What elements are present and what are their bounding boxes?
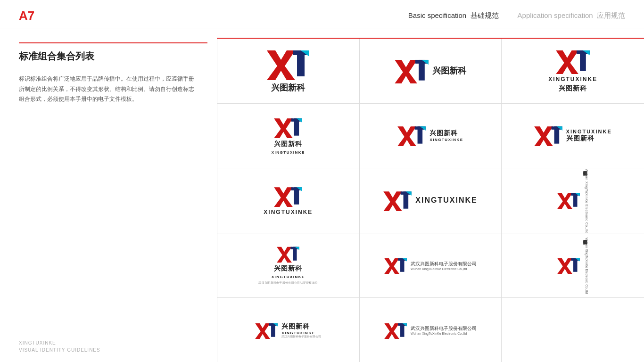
logo-variant-3: XINGTUXINKE 兴图新科	[548, 49, 597, 93]
company-en-11: Wuhan XingTuXinKe Electronic Co.,ltd	[411, 267, 467, 271]
svg-rect-6	[419, 60, 425, 81]
logo-cell-3-2: XINGTUXINKE	[360, 168, 502, 233]
logo-cell-1-2: 兴图新科	[360, 39, 502, 104]
brand-en-13: XINGTUXINKE	[281, 331, 315, 335]
logo-cell-2-1: 兴图新科 XINGTUXINKE	[217, 104, 360, 169]
svg-rect-42	[400, 258, 404, 272]
svg-rect-22	[554, 127, 559, 144]
xt-icon-svg-13	[255, 322, 278, 339]
svg-marker-4	[395, 60, 417, 83]
logo-cell-1-3: XINGTUXINKE 兴图新科	[502, 39, 644, 104]
brand-full-10: 武汉兴图新科电子股份有限公司认证授权单位	[258, 281, 318, 285]
svg-marker-36	[277, 247, 292, 263]
xt-icon-svg-9	[557, 192, 580, 209]
company-cn-11: 武汉兴图新科电子股份有限公司	[411, 261, 477, 267]
left-panel: 标准组合集合列表 标识标准组合将广泛地应用于品牌传播中。在使用过程中，应遵循手册…	[0, 28, 217, 362]
vertical-en: Wuhan XingTuXinKe Electronic Co.,ltd	[583, 169, 589, 233]
xt-icon-svg-3	[556, 49, 590, 74]
logo-cell-2-3: XINGTUXINKE 兴图新科	[502, 104, 644, 169]
svg-marker-20	[534, 127, 553, 147]
footer-line-1: XINGTUXINKE	[19, 339, 100, 346]
section-title-bar: 标准组合集合列表	[19, 42, 207, 63]
brand-en-5: XINGTUXINKE	[429, 138, 463, 142]
svg-marker-0	[267, 50, 295, 80]
logo-variant-8: XINGTUXINKE	[383, 190, 477, 211]
svg-marker-28	[384, 191, 403, 211]
logo-cell-5-1: 兴图新科 XINGTUXINKE 武汉兴图新科电子股份有限公司	[217, 298, 360, 362]
page-id: A7	[19, 8, 34, 23]
svg-rect-30	[404, 191, 409, 208]
svg-marker-8	[556, 50, 578, 74]
brand-cn-4: 兴图新科	[274, 140, 302, 148]
xt-icon-svg-14	[384, 322, 407, 339]
nav-application: Application specification 应用规范	[518, 11, 625, 20]
logo-variant-10: 兴图新科 XINGTUXINKE 武汉兴图新科电子股份有限公司认证授权单位	[258, 246, 318, 285]
logo-variant-5: 兴图新科 XINGTUXINKE	[397, 125, 463, 146]
svg-marker-48	[256, 323, 271, 338]
nav-basic: Basic specification 基础规范	[408, 11, 499, 20]
brand-text-col-13: 兴图新科 XINGTUXINKE 武汉兴图新科电子股份有限公司	[281, 322, 321, 338]
logo-cell-2-2: 兴图新科 XINGTUXINKE	[360, 104, 502, 169]
brand-cn-13: 兴图新科	[281, 322, 310, 331]
company-en-14: Wuhan XingTuXinKe Electronic Co.,ltd	[411, 332, 467, 335]
xt-icon-svg-4	[274, 117, 302, 138]
svg-rect-34	[573, 193, 577, 207]
logo-variant-1: 兴图新科	[267, 48, 309, 93]
brand-en-4: XINGTUXINKE	[272, 150, 305, 155]
brand-en-7: XINGTUXINKE	[264, 209, 313, 215]
brand-tagline-13: 武汉兴图新科电子股份有限公司	[281, 335, 321, 338]
brand-text-col-11: 武汉兴图新科电子股份有限公司 Wuhan XingTuXinKe Electro…	[411, 261, 477, 271]
brand-cn-6: 兴图新科	[566, 134, 594, 143]
logo-variant-6: XINGTUXINKE 兴图新科	[534, 125, 612, 146]
svg-rect-10	[580, 50, 586, 71]
svg-marker-24	[274, 187, 293, 207]
xt-icon-svg-11	[384, 257, 407, 274]
logo-variant-11: 武汉兴图新科电子股份有限公司 Wuhan XingTuXinKe Electro…	[384, 257, 477, 274]
logo-grid: 兴图新科 兴图新科	[217, 39, 644, 362]
brand-cn-5: 兴图新科	[429, 129, 458, 138]
logo-variant-4: 兴图新科 XINGTUXINKE	[272, 117, 305, 155]
brand-cn-large: 兴图新科	[271, 82, 305, 93]
page-header: A7 Basic specification 基础规范 Application …	[0, 0, 644, 28]
xt-icon-svg-12	[557, 257, 580, 274]
logo-cell-5-2: 武汉兴图新科电子股份有限公司 Wuhan XingTuXinKe Electro…	[360, 298, 502, 362]
svg-rect-46	[573, 258, 577, 272]
vertical-en-2: Wuhan XingTuXinKe Electronic Co.,ltd	[583, 238, 589, 294]
xt-icon-svg-6	[534, 125, 562, 146]
logo-variant-2: 兴图新科	[395, 58, 466, 83]
footer: XINGTUXINKE VISUAL IDENTITY GUIDELINES	[19, 339, 100, 354]
logo-cell-4-3: 武汉兴图新科电子股份有限公司 Wuhan XingTuXinKe Electro…	[502, 233, 644, 298]
brand-text-col-5: 兴图新科 XINGTUXINKE	[429, 129, 463, 142]
svg-marker-12	[274, 118, 293, 138]
brand-en-large-6: XINGTUXINKE	[566, 129, 612, 134]
logo-variant-14: 武汉兴图新科电子股份有限公司 Wuhan XingTuXinKe Electro…	[384, 322, 477, 339]
brand-en-3: XINGTUXINKE	[548, 76, 597, 82]
svg-rect-18	[418, 127, 423, 144]
company-cn-14: 武汉兴图新科电子股份有限公司	[411, 325, 477, 332]
brand-cn-3: 兴图新科	[559, 84, 587, 93]
brand-text-col-14: 武汉兴图新科电子股份有限公司 Wuhan XingTuXinKe Electro…	[411, 325, 477, 335]
logo-cell-4-2: 武汉兴图新科电子股份有限公司 Wuhan XingTuXinKe Electro…	[360, 233, 502, 298]
svg-rect-26	[294, 187, 299, 204]
logo-cell-3-3: 武汉兴图新科电子股份有限公司 Wuhan XingTuXinKe Electro…	[502, 168, 644, 233]
brand-cn-h2: 兴图新科	[432, 65, 466, 76]
svg-marker-16	[398, 127, 417, 147]
logo-variant-7: XINGTUXINKE	[264, 186, 313, 215]
svg-marker-32	[557, 193, 572, 209]
svg-marker-52	[384, 323, 399, 338]
logo-variant-9: 武汉兴图新科电子股份有限公司 Wuhan XingTuXinKe Electro…	[557, 168, 589, 233]
header-navigation: Basic specification 基础规范 Application spe…	[408, 11, 625, 20]
xt-icon-svg-8	[383, 190, 412, 211]
svg-rect-14	[294, 118, 299, 135]
main-content: 标准组合集合列表 标识标准组合将广泛地应用于品牌传播中。在使用过程中，应遵循手册…	[0, 28, 644, 362]
vertical-text-group-2: 武汉兴图新科电子股份有限公司 Wuhan XingTuXinKe Electro…	[583, 237, 589, 294]
logo-variant-13: 兴图新科 XINGTUXINKE 武汉兴图新科电子股份有限公司	[255, 322, 321, 339]
logo-variant-12: 武汉兴图新科电子股份有限公司 Wuhan XingTuXinKe Electro…	[557, 237, 589, 294]
logo-cell-5-3	[502, 298, 644, 362]
xt-icon-svg-5	[397, 125, 426, 146]
xt-icon-svg-10	[277, 246, 299, 263]
svg-rect-2	[297, 50, 305, 76]
logo-cell-3-1: XINGTUXINKE	[217, 168, 360, 233]
svg-marker-40	[384, 258, 399, 274]
brand-cn-10: 兴图新科	[274, 264, 302, 273]
